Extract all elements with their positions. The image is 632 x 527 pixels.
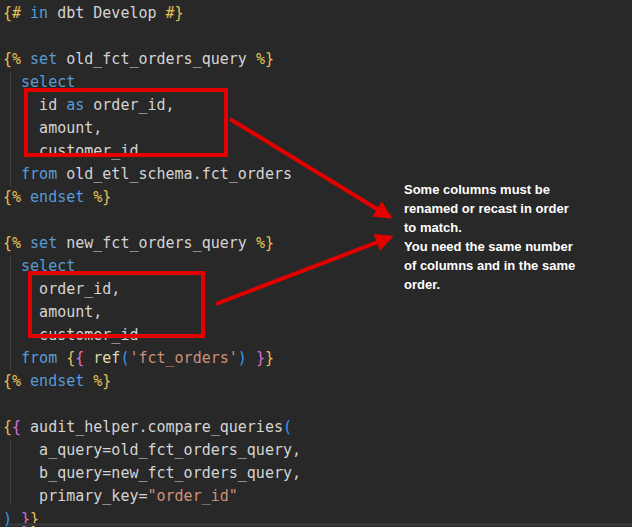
code-token: ( <box>283 418 292 436</box>
annotation-line: to match. <box>404 218 614 237</box>
code-line: from old_etl_schema.fct_orders <box>3 163 301 186</box>
code-token: } <box>256 349 265 367</box>
highlight-box-new-columns <box>28 271 205 338</box>
code-token: { <box>12 418 21 436</box>
annotation-line: Some columns must be <box>404 180 614 199</box>
code-token: in <box>30 4 48 22</box>
code-token: %} <box>93 372 111 390</box>
code-token: set <box>30 50 57 68</box>
annotation-line: of columns and in the same <box>404 256 614 275</box>
code-token: 'fct_orders' <box>129 349 237 367</box>
code-token: old_etl_schema.fct_orders <box>57 165 292 183</box>
horizontal-scrollbar[interactable] <box>8 523 632 526</box>
code-token: #} <box>166 4 184 22</box>
code-token: old_fct_orders_query <box>57 50 256 68</box>
code-token: {% <box>3 234 21 252</box>
code-block: {# in dbt Develop #}{% set old_fct_order… <box>3 2 301 527</box>
annotation-line: You need the same number <box>404 237 614 256</box>
code-token: from <box>21 165 57 183</box>
code-token <box>3 165 21 183</box>
code-line: {% set old_fct_orders_query %} <box>3 48 301 71</box>
code-line: {% set new_fct_orders_query %} <box>3 232 301 255</box>
code-token: set <box>30 234 57 252</box>
code-token: {% <box>3 372 21 390</box>
code-token: new_fct_orders_query <box>57 234 256 252</box>
code-line: from {{ ref('fct_orders') }} <box>3 347 301 370</box>
code-line: {% endset %} <box>3 186 301 209</box>
code-token: {% <box>3 188 21 206</box>
code-token: primary_key= <box>3 487 148 505</box>
code-token: { <box>75 349 84 367</box>
code-token <box>3 349 21 367</box>
code-token: } <box>265 349 274 367</box>
code-token <box>3 73 21 91</box>
code-token: { <box>3 418 12 436</box>
annotation-line: order. <box>404 275 614 294</box>
code-token: %} <box>256 50 274 68</box>
code-line <box>3 25 301 48</box>
code-token <box>84 372 93 390</box>
code-line: {% endset %} <box>3 370 301 393</box>
code-token: ref <box>93 349 120 367</box>
code-line: {{ audit_helper.compare_queries( <box>3 416 301 439</box>
highlight-box-old-columns <box>24 88 228 157</box>
code-line <box>3 393 301 416</box>
code-editor-screenshot: {# in dbt Develop #}{% set old_fct_order… <box>0 0 632 527</box>
code-line: b_query=new_fct_orders_query, <box>3 462 301 485</box>
code-line: primary_key="order_id" <box>3 485 301 508</box>
code-token: from <box>21 349 57 367</box>
code-token <box>84 349 93 367</box>
code-token: %} <box>93 188 111 206</box>
code-token: { <box>66 349 75 367</box>
code-token <box>21 234 30 252</box>
annotation-line: renamed or recast in order <box>404 199 614 218</box>
code-token: audit_helper.compare_queries <box>21 418 283 436</box>
code-token: endset <box>30 372 84 390</box>
code-token: dbt Develop <box>48 4 165 22</box>
annotation-note: Some columns must berenamed or recast in… <box>404 180 614 294</box>
code-line: {# in dbt Develop #} <box>3 2 301 25</box>
code-token <box>84 188 93 206</box>
code-token: {# <box>3 4 21 22</box>
code-token: ) <box>238 349 247 367</box>
code-token: endset <box>30 188 84 206</box>
code-token <box>247 349 256 367</box>
code-token <box>21 372 30 390</box>
code-line <box>3 209 301 232</box>
code-token <box>3 257 21 275</box>
code-token: %} <box>256 234 274 252</box>
code-token: a_query=old_fct_orders_query, <box>3 441 301 459</box>
code-token: b_query=new_fct_orders_query, <box>3 464 301 482</box>
code-token <box>21 4 30 22</box>
code-line: a_query=old_fct_orders_query, <box>3 439 301 462</box>
code-token <box>21 50 30 68</box>
code-token <box>57 349 66 367</box>
code-token: {% <box>3 50 21 68</box>
code-token <box>21 188 30 206</box>
code-token: "order_id" <box>148 487 238 505</box>
